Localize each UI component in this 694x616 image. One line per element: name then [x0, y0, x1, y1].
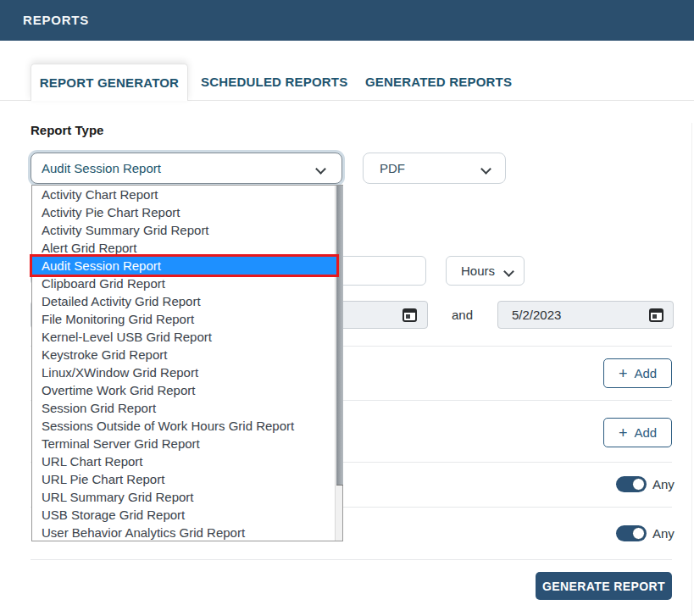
plus-icon: + — [619, 366, 628, 381]
dropdown-scrollbar-track[interactable] — [335, 186, 342, 541]
duration-unit-select[interactable]: Hours — [446, 256, 525, 286]
report-type-label: Report Type — [31, 123, 103, 137]
add-button-2[interactable]: + Add — [603, 418, 672, 447]
report-type-dropdown-list: Activity Chart ReportActivity Pie Chart … — [31, 185, 343, 541]
any-toggle-2[interactable] — [616, 525, 647, 541]
format-select[interactable]: PDF — [363, 153, 506, 184]
any-toggle-2-label: Any — [652, 526, 675, 541]
dropdown-options: Activity Chart ReportActivity Pie Chart … — [32, 186, 342, 541]
dropdown-option[interactable]: Clipboard Grid Report — [32, 275, 342, 292]
add-button-label: Add — [634, 366, 657, 380]
dropdown-option[interactable]: Keystroke Grid Report — [32, 346, 342, 363]
dropdown-option[interactable]: Alert Grid Report — [32, 239, 342, 257]
dropdown-option[interactable]: Detailed Activity Grid Report — [32, 292, 342, 310]
dropdown-option[interactable]: Kernel-Level USB Grid Report — [32, 328, 342, 346]
dropdown-option[interactable]: URL Chart Report — [32, 452, 342, 470]
dropdown-option[interactable]: URL Pie Chart Report — [32, 470, 342, 488]
page-title: REPORTS — [23, 0, 89, 41]
row-divider — [31, 559, 672, 560]
tab-report-generator[interactable]: REPORT GENERATOR — [31, 64, 188, 101]
dropdown-option[interactable]: User Behavior Analytics Grid Report — [32, 524, 342, 541]
toggle-knob — [632, 478, 645, 491]
date-range-separator: and — [452, 308, 473, 322]
dropdown-option[interactable]: Activity Pie Chart Report — [32, 203, 342, 221]
report-type-selected-value: Audit Session Report — [42, 161, 161, 175]
dropdown-option[interactable]: Audit Session Report — [32, 257, 336, 275]
date-end-input[interactable]: 5/2/2023 — [497, 301, 674, 329]
dropdown-option[interactable]: USB Storage Grid Report — [32, 506, 342, 524]
dropdown-option[interactable]: Session Grid Report — [32, 399, 342, 417]
plus-icon: + — [619, 425, 628, 441]
add-button-label: Add — [634, 425, 657, 440]
dropdown-option[interactable]: Sessions Outside of Work Hours Grid Repo… — [32, 417, 342, 435]
calendar-icon[interactable] — [403, 308, 417, 322]
dropdown-option[interactable]: Terminal Server Grid Report — [32, 435, 342, 452]
header-bar: REPORTS — [0, 0, 694, 41]
report-type-select[interactable]: Audit Session Report — [31, 153, 342, 184]
chevron-down-icon — [505, 267, 514, 276]
dropdown-option[interactable]: URL Summary Grid Report — [32, 488, 342, 506]
toggle-knob — [632, 527, 645, 540]
panel-right-border — [691, 123, 692, 616]
chevron-down-icon — [482, 164, 491, 174]
duration-unit-value: Hours — [461, 264, 495, 278]
format-selected-value: PDF — [380, 161, 405, 175]
date-end-value: 5/2/2023 — [512, 308, 561, 322]
dropdown-option[interactable]: Overtime Work Grid Report — [32, 381, 342, 399]
any-toggle-1[interactable] — [616, 476, 647, 492]
dropdown-option[interactable]: Linux/XWindow Grid Report — [32, 363, 342, 381]
any-toggle-1-label: Any — [652, 477, 675, 491]
add-button-1[interactable]: + Add — [603, 358, 672, 388]
dropdown-option[interactable]: Activity Chart Report — [32, 186, 342, 203]
dropdown-option[interactable]: File Monitoring Grid Report — [32, 310, 342, 328]
dropdown-option[interactable]: Activity Summary Grid Report — [32, 221, 342, 239]
tab-generated-reports[interactable]: GENERATED REPORTS — [365, 75, 512, 89]
dropdown-scrollbar-thumb[interactable] — [336, 186, 343, 486]
generate-report-button[interactable]: GENERATE REPORT — [536, 572, 672, 600]
calendar-icon[interactable] — [649, 308, 663, 322]
chevron-down-icon — [317, 164, 326, 174]
tab-report-generator-label: REPORT GENERATOR — [40, 75, 179, 90]
tab-scheduled-reports[interactable]: SCHEDULED REPORTS — [201, 75, 347, 89]
